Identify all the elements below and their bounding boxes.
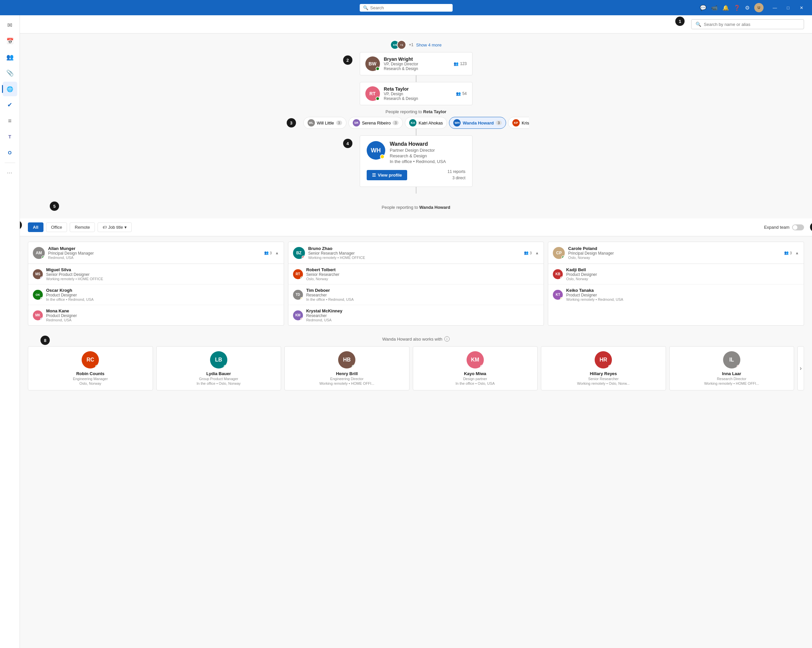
connector-1 bbox=[416, 75, 417, 82]
settings-icon[interactable]: ⚙ bbox=[745, 5, 749, 11]
report-row-robert[interactable]: RT Robert Tolbert Senior Researcher Oslo… bbox=[288, 264, 544, 284]
org-search-box[interactable]: 🔍 bbox=[691, 19, 804, 29]
bryan-avatar-wrap: BW bbox=[365, 57, 380, 71]
tab-will-name: Will Little bbox=[317, 121, 334, 125]
filter-office-button[interactable]: Office bbox=[46, 222, 67, 232]
avatar-stack: KN +1 bbox=[390, 40, 406, 49]
collab-card-robin[interactable]: RC Robin Counts Engineering Manager Oslo… bbox=[28, 346, 153, 390]
filter-remote-button[interactable]: Remote bbox=[70, 222, 95, 232]
reta-status bbox=[375, 96, 380, 101]
bell-icon[interactable]: 🔔 bbox=[722, 5, 729, 11]
manager-row-allan[interactable]: AM Allan Munger Principal Design Manager… bbox=[28, 242, 284, 264]
allan-title: Principal Design Manager bbox=[48, 251, 261, 255]
tab-katri-name: Katri Ahokas bbox=[418, 121, 443, 125]
manager-row-carole[interactable]: CP Carole Poland Principal Design Manage… bbox=[548, 242, 804, 264]
report-row-krystal[interactable]: KM Krystal McKinney Researcher Redmond, … bbox=[288, 305, 544, 326]
allan-status bbox=[41, 255, 45, 259]
tab-will-little[interactable]: WL Will Little 3 bbox=[303, 117, 346, 129]
lydia-status bbox=[224, 365, 227, 368]
manager-row-bruno[interactable]: BZ Bruno Zhao Senior Research Manager Wo… bbox=[288, 242, 544, 264]
robin-loc: Oslo, Norway bbox=[79, 381, 101, 385]
show-more-button[interactable]: Show 4 more bbox=[416, 43, 442, 47]
close-button[interactable]: ✕ bbox=[795, 0, 808, 15]
top-bar: 1 🔍 bbox=[20, 15, 812, 34]
robin-status bbox=[95, 365, 99, 368]
meet-icon[interactable]: 📹 bbox=[711, 5, 718, 11]
filter-bar: 6 All Office Remote 🏷 Job title ▾ 7 Expa… bbox=[20, 219, 812, 236]
chat-icon[interactable]: 💬 bbox=[700, 5, 707, 11]
bruno-avatar: BZ bbox=[293, 247, 305, 259]
inna-name: Inna Laar bbox=[722, 371, 741, 376]
keiko-info: Keiko Tanaka Product Designer Working re… bbox=[566, 288, 799, 301]
user-avatar[interactable]: U bbox=[754, 3, 763, 12]
lydia-avatar: LB bbox=[210, 351, 227, 368]
oscar-status bbox=[40, 297, 43, 300]
carole-info: Carole Poland Principal Design Manager O… bbox=[568, 246, 781, 260]
report-row-tim[interactable]: TD Tim Deboer Researcher In the office •… bbox=[288, 284, 544, 305]
also-works-nav-button[interactable]: › bbox=[797, 346, 804, 390]
profile-icon: ☰ bbox=[372, 173, 376, 177]
maximize-button[interactable]: □ bbox=[781, 0, 795, 15]
sidebar-item-apps[interactable]: O bbox=[3, 145, 17, 160]
report-row-kadji[interactable]: KB Kadji Bell Product Designer Oslo, Nor… bbox=[548, 264, 804, 284]
carole-status bbox=[562, 255, 565, 259]
sidebar-item-mail[interactable]: ✉ bbox=[3, 18, 17, 32]
kadji-info: Kadji Bell Product Designer Oslo, Norway bbox=[566, 267, 799, 281]
sidebar-item-teams[interactable]: T bbox=[3, 130, 17, 144]
oscar-avatar: OK bbox=[33, 290, 43, 300]
carole-expand[interactable]: ▲ bbox=[795, 251, 799, 255]
tab-serena-ribeiro[interactable]: SR Serena Ribeiro 3 bbox=[348, 117, 403, 129]
tab-katri-ahokas[interactable]: KA Katri Ahokas bbox=[405, 117, 447, 129]
filter-jobtitle-button[interactable]: 🏷 Job title ▾ bbox=[98, 222, 132, 232]
bruno-expand[interactable]: ▲ bbox=[535, 251, 539, 255]
sidebar-item-people[interactable]: 👥 bbox=[3, 50, 17, 64]
krystal-loc: Redmond, USA bbox=[306, 318, 539, 322]
tab-kristin-patte[interactable]: KP Kristin Patte bbox=[508, 117, 529, 129]
bruno-status bbox=[302, 255, 305, 259]
report-row-miguel[interactable]: MS Miguel Silva Senior Product Designer … bbox=[28, 264, 284, 284]
title-search-box[interactable]: 🔍 bbox=[360, 4, 453, 12]
tim-avatar: TD bbox=[293, 290, 303, 300]
report-row-keiko[interactable]: KT Keiko Tanaka Product Designer Working… bbox=[548, 284, 804, 305]
kadji-status bbox=[560, 277, 563, 279]
filter-all-button[interactable]: All bbox=[28, 222, 43, 232]
collab-card-kayo[interactable]: KM Kayo Miwa Design partner In the offic… bbox=[413, 346, 538, 390]
robert-name: Robert Tolbert bbox=[306, 267, 539, 272]
org-chart-area: KN +1 +1 Show 4 more 2 BW Bryan Wright bbox=[20, 34, 812, 200]
card-actions: ☰ View profile 11 reports 3 direct bbox=[367, 169, 466, 181]
team-column-allan: AM Allan Munger Principal Design Manager… bbox=[28, 241, 284, 326]
robin-avatar: RC bbox=[82, 351, 99, 368]
view-profile-button[interactable]: ☰ View profile bbox=[367, 170, 408, 180]
sidebar-item-list[interactable]: ≡ bbox=[3, 113, 17, 128]
kayo-title: Design partner bbox=[463, 377, 487, 381]
collab-card-lydia[interactable]: LB Lydia Bauer Group Product Manager In … bbox=[156, 346, 281, 390]
report-row-oscar[interactable]: OK Oscar Krogh Product Designer In the o… bbox=[28, 284, 284, 305]
person-card-reta[interactable]: RT Reta Taylor VP, Design Research & Des… bbox=[360, 82, 473, 105]
filter-left: All Office Remote 🏷 Job title ▾ bbox=[28, 222, 132, 232]
tim-loc: In the office • Redmond, USA bbox=[306, 298, 539, 301]
show-more-row: KN +1 +1 Show 4 more bbox=[390, 40, 441, 49]
sidebar-item-more[interactable]: ··· bbox=[3, 166, 17, 180]
person-card-bryan[interactable]: BW Bryan Wright VP, Design Director Rese… bbox=[360, 52, 473, 75]
title-search-input[interactable] bbox=[370, 5, 449, 10]
collab-card-inna[interactable]: IL Inna Laar Research Director Working r… bbox=[669, 346, 794, 390]
robin-name: Robin Counts bbox=[76, 371, 105, 376]
tab-wanda-howard[interactable]: WH Wanda Howard 3 bbox=[449, 117, 506, 129]
org-search-input[interactable] bbox=[704, 22, 800, 27]
bruno-loc: Working remotely • HOME OFFICE bbox=[308, 255, 521, 260]
collab-card-hillary[interactable]: HR Hillary Reyes Senior Researcher Worki… bbox=[541, 346, 666, 390]
report-row-mona[interactable]: MK Mona Kane Product Designer Redmond, U… bbox=[28, 305, 284, 326]
minimize-button[interactable]: — bbox=[768, 0, 781, 15]
sidebar-item-tasks[interactable]: ✔ bbox=[3, 98, 17, 112]
wanda-top: WH Wanda Howard Partner Design Director … bbox=[367, 141, 466, 164]
collab-card-henry[interactable]: HB Henry Brill Engineering Director Work… bbox=[284, 346, 409, 390]
sidebar-item-attach[interactable]: 📎 bbox=[3, 66, 17, 80]
title-search-icon: 🔍 bbox=[363, 5, 368, 10]
help-icon[interactable]: ❓ bbox=[734, 5, 740, 11]
allan-expand[interactable]: ▲ bbox=[275, 251, 279, 255]
expand-team-switch[interactable] bbox=[792, 225, 804, 231]
sidebar-item-orgchart[interactable]: 🌐 bbox=[3, 82, 17, 96]
sidebar-item-calendar[interactable]: 📅 bbox=[3, 34, 17, 49]
mail-icon: ✉ bbox=[7, 21, 12, 29]
tim-info: Tim Deboer Researcher In the office • Re… bbox=[306, 288, 539, 301]
